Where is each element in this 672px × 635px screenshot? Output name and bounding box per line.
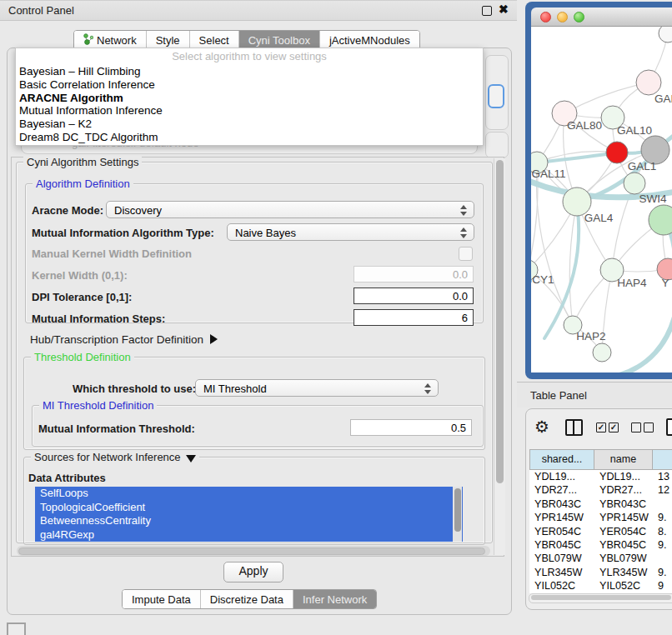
unchecked-box-icon[interactable] — [644, 422, 654, 432]
table-row[interactable]: YLR345WYLR345W9. — [529, 566, 672, 579]
network-canvas[interactable]: GALGAL80GAL10GAL1GAL11SWI4GAL4GCY1HAP4YH… — [531, 27, 672, 372]
attributes-scrollbar-thumb[interactable] — [454, 488, 461, 532]
column-header-name[interactable]: name — [594, 449, 653, 470]
table-cell: YBR045C — [594, 538, 653, 552]
attributes-scrollbar[interactable] — [453, 487, 462, 542]
minimized-panel-icon[interactable] — [7, 622, 26, 635]
table-row[interactable]: YBR045CYBR045C9. — [529, 538, 672, 552]
settings-scrollbar[interactable] — [494, 158, 505, 555]
minimize-light-icon[interactable] — [557, 12, 568, 22]
table-header: shared...name — [529, 449, 672, 470]
data-attributes-list[interactable]: SelfLoopsTopologicalCoefficientBetweenne… — [35, 487, 463, 542]
close-icon[interactable]: ✖ — [499, 2, 509, 16]
aracne-mode-combo[interactable]: Discovery — [106, 201, 474, 218]
manual-kernel-checkbox[interactable] — [459, 247, 473, 261]
table-cell: YDL19... — [529, 470, 594, 483]
table-row[interactable]: YBR043CYBR043C — [529, 498, 672, 511]
partial-sheet-icon[interactable] — [666, 418, 672, 436]
table-horizontal-scrollbar[interactable] — [529, 593, 672, 603]
table-hscroll-thumb[interactable] — [531, 595, 671, 600]
tab-jactivemnodules[interactable]: jActiveMNodules — [320, 31, 419, 49]
table-row[interactable]: YBL079WYBL079W — [529, 552, 672, 565]
mi-steps-field[interactable]: 6 — [354, 309, 474, 326]
algorithm-option-aracne-algorithm[interactable]: ARACNE Algorithm — [16, 92, 483, 105]
table-cell: 12 — [653, 483, 672, 497]
column-header-cut[interactable] — [653, 449, 672, 470]
algorithm-option-bayesian-k2[interactable]: Bayesian – K2 — [16, 118, 483, 131]
settings-scrollbar-thumb[interactable] — [496, 160, 504, 483]
attribute-item-betweennesscentrality[interactable]: BetweennessCentrality — [35, 514, 463, 528]
attribute-item-topologicalcoefficient[interactable]: TopologicalCoefficient — [35, 501, 463, 515]
mi-threshold-field[interactable]: 0.5 — [350, 419, 472, 436]
which-threshold-combo[interactable]: MI Threshold — [195, 379, 439, 397]
gear-icon[interactable]: ⚙ — [534, 417, 549, 437]
network-edge-thick[interactable] — [609, 302, 672, 372]
hub-definition-toggle[interactable]: Hub/Transcription Factor Definition — [30, 333, 218, 346]
mi-type-combo[interactable]: Naive Bayes — [227, 223, 474, 241]
network-node[interactable] — [649, 205, 672, 235]
hidden-groupbox-fragment-2 — [485, 132, 509, 158]
bottom-tab-infer-network[interactable]: Infer Network — [293, 590, 376, 608]
table-toolbar: ⚙ ✓ ✓ — [526, 416, 672, 444]
which-threshold-label: Which threshold to use: — [73, 382, 196, 395]
network-node-label: GCY1 — [531, 273, 554, 286]
table-cell: YPR145W — [594, 511, 653, 524]
bottom-tab-impute-data[interactable]: Impute Data — [123, 590, 201, 608]
table-row[interactable]: YER054CYER054C8. — [529, 525, 672, 538]
table-row[interactable]: YDL19...YDL19...13 — [529, 470, 672, 483]
unchecked-box-icon[interactable] — [631, 422, 641, 432]
aracne-mode-value: Discovery — [114, 204, 162, 217]
network-node[interactable] — [593, 343, 611, 362]
algorithm-option-dream8-dc-tdc-algorithm[interactable]: Dream8 DC_TDC Algorithm — [16, 131, 483, 144]
float-panel-icon[interactable] — [482, 6, 492, 16]
split-panel-icon[interactable] — [565, 419, 583, 436]
table-panel-title: Table Panel — [530, 389, 587, 402]
network-node-gal[interactable] — [636, 70, 661, 95]
algorithm-option-bayesian-hill-climbing[interactable]: Bayesian – Hill Climbing — [16, 65, 483, 78]
settings-horizontal-scrollbar[interactable] — [17, 546, 490, 556]
tab-label: Cyni Toolbox — [248, 34, 310, 47]
close-light-icon[interactable] — [540, 12, 551, 22]
attribute-item-selfloops[interactable]: SelfLoops — [35, 487, 463, 501]
network-node-gal1[interactable] — [606, 142, 628, 163]
table-cell: YLR345W — [529, 566, 594, 579]
tab-network[interactable]: Network — [74, 31, 147, 49]
bottom-tab-discretize-data[interactable]: Discretize Data — [201, 590, 293, 608]
tab-cyni-toolbox[interactable]: Cyni Toolbox — [239, 31, 320, 49]
network-icon — [83, 33, 93, 48]
dpi-tolerance-field[interactable]: 0.0 — [354, 288, 474, 304]
settings-hscroll-thumb[interactable] — [18, 548, 485, 555]
checked-box-icon[interactable]: ✓ — [596, 422, 606, 432]
tab-style[interactable]: Style — [147, 31, 190, 49]
algorithm-option-mutual-information-inference[interactable]: Mutual Information Inference — [16, 104, 483, 118]
checked-box-icon[interactable]: ✓ — [609, 422, 619, 432]
aracne-mode-label: Aracne Mode: — [32, 204, 103, 217]
table-row[interactable]: YPR145WYPR145W9. — [529, 511, 672, 524]
network-node[interactable] — [659, 27, 672, 42]
groupbox-title: Threshold Definition — [31, 351, 134, 363]
table-row[interactable]: YDR27...YDR27...12 — [529, 483, 672, 497]
table-cell: 9. — [653, 538, 672, 552]
apply-button[interactable]: Apply — [223, 562, 283, 582]
tab-label: Discretize Data — [210, 593, 283, 606]
attribute-item-gal4rgexp[interactable]: gal4RGexp — [35, 528, 463, 542]
network-view-window: GALGAL80GAL10GAL1GAL11SWI4GAL4GCY1HAP4YH… — [525, 2, 672, 379]
tab-label: Network — [97, 34, 137, 47]
tab-select[interactable]: Select — [190, 31, 239, 49]
table-cell: YBL079W — [594, 552, 653, 565]
network-window-titlebar[interactable] — [531, 8, 672, 27]
network-node-label: GAL1 — [628, 160, 657, 172]
network-node-swi4[interactable] — [624, 172, 645, 194]
sources-toggle[interactable]: Sources for Network Inference — [31, 451, 199, 463]
table-cell: YLR345W — [594, 566, 653, 579]
table-cell: YBR045C — [529, 538, 594, 552]
algorithm-option-basic-correlation-inference[interactable]: Basic Correlation Inference — [16, 78, 483, 92]
table-row[interactable]: YIL052CYIL052C9 — [529, 579, 672, 592]
zoom-light-icon[interactable] — [574, 12, 584, 22]
kernel-width-field[interactable]: 0.0 — [354, 266, 474, 282]
network-graph[interactable]: GALGAL80GAL10GAL1GAL11SWI4GAL4GCY1HAP4YH… — [531, 27, 672, 372]
control-panel-bottom-tabs: Impute DataDiscretize DataInfer Network — [122, 589, 377, 609]
kernel-width-label: Kernel Width (0,1): — [32, 269, 128, 282]
column-header-shared...[interactable]: shared... — [529, 449, 594, 470]
network-node-label: Y — [661, 277, 669, 289]
